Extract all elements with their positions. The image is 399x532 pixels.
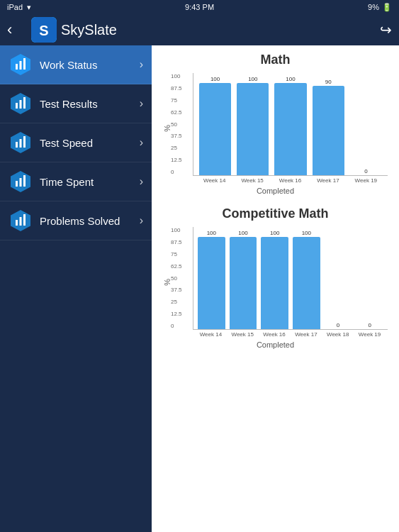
back-icon: ‹ <box>7 21 12 38</box>
math-xlabel-week15: Week 15 <box>236 177 268 184</box>
cm-val-week17: 100 <box>302 230 311 236</box>
comp-math-plot-area: 100 87.5 75 62.5 50 37.5 25 12.5 0 <box>193 227 388 330</box>
math-chart-body: 100 87.5 75 62.5 50 37.5 25 12.5 0 <box>173 73 388 184</box>
cm-y-tick-0: 0 <box>171 323 182 329</box>
sidebar-item-problems-solved[interactable]: Problems Solved › <box>0 201 152 240</box>
svg-rect-4 <box>20 61 22 70</box>
math-chart-title: Math <box>163 52 388 67</box>
y-tick-0: 0 <box>171 169 182 175</box>
math-xlabel-week17: Week 17 <box>312 177 344 184</box>
math-bar-week19: 0 <box>350 76 382 175</box>
sidebar-label-test-results: Test Results <box>40 98 133 110</box>
math-val-week16: 100 <box>286 76 295 82</box>
comp-math-y-ticks: 100 87.5 75 62.5 50 37.5 25 12.5 0 <box>171 227 182 329</box>
cm-y-tick-375: 37.5 <box>171 287 182 293</box>
svg-rect-5 <box>23 58 26 70</box>
svg-rect-20 <box>20 217 22 226</box>
comp-math-x-labels: Week 14 Week 15 Week 16 Week 17 Week 18 … <box>173 330 388 338</box>
cm-bar-fill-week16 <box>261 237 288 329</box>
sidebar-label-problems-solved: Problems Solved <box>40 215 133 227</box>
svg-rect-19 <box>16 220 18 226</box>
main-layout: Work Status › Test Results › <box>0 45 399 532</box>
cm-bar-week18: 0 <box>325 230 352 329</box>
cm-y-tick-625: 62.5 <box>171 263 182 270</box>
math-xlabel: Completed <box>163 187 388 195</box>
time-label: 9:43 PM <box>185 3 214 11</box>
logo: S SkySlate <box>31 17 380 43</box>
cm-y-tick-875: 87.5 <box>171 239 182 245</box>
svg-rect-16 <box>20 178 22 187</box>
chevron-icon-time-spent: › <box>140 175 143 188</box>
battery-icon: 🔋 <box>382 3 392 12</box>
y-tick-625: 62.5 <box>171 109 182 116</box>
cm-bar-fill-week14 <box>198 237 225 329</box>
comp-math-xlabel: Completed <box>163 340 388 349</box>
math-bar-week15: 100 <box>237 76 269 175</box>
y-tick-50: 50 <box>171 121 182 128</box>
cm-y-tick-125: 12.5 <box>171 311 182 317</box>
math-bar-fill-week14 <box>199 83 231 175</box>
share-button[interactable]: ↪ <box>380 21 392 38</box>
y-tick-100: 100 <box>171 73 182 79</box>
math-val-week17: 90 <box>325 79 332 85</box>
math-bar-week17: 90 <box>313 76 344 175</box>
svg-rect-15 <box>16 181 18 187</box>
cm-val-week15: 100 <box>238 230 247 236</box>
cm-val-week18: 0 <box>337 322 339 328</box>
math-chart-wrapper: % 100 87.5 75 62.5 50 37.5 25 12. <box>163 73 388 184</box>
chevron-icon-test-speed: › <box>140 136 143 149</box>
math-xlabel-week19: Week 19 <box>350 177 382 184</box>
sidebar-item-test-results[interactable]: Test Results › <box>0 84 152 123</box>
svg-rect-13 <box>23 136 26 148</box>
svg-rect-8 <box>20 100 22 109</box>
math-xlabel-week16: Week 16 <box>274 177 306 184</box>
chevron-icon-problems-solved: › <box>140 214 143 227</box>
svg-text:S: S <box>39 23 48 38</box>
status-bar: iPad ▾ 9:43 PM 9% 🔋 <box>0 0 399 14</box>
test-speed-icon <box>9 131 33 155</box>
comp-math-chart-title: Competitive Math <box>163 206 388 221</box>
carrier-label: iPad <box>7 3 23 11</box>
logo-text: SkySlate <box>61 22 117 38</box>
cm-val-week19: 0 <box>368 322 371 328</box>
math-bar-fill-week17 <box>313 86 344 175</box>
status-left: iPad ▾ <box>7 3 31 12</box>
cm-xlabel-week18: Week 18 <box>324 331 352 338</box>
work-status-icon <box>9 52 33 77</box>
math-bar-fill-week16 <box>274 83 306 175</box>
cm-xlabel-week17: Week 17 <box>292 331 320 338</box>
math-val-week19: 0 <box>364 168 367 174</box>
math-y-ticks: 100 87.5 75 62.5 50 37.5 25 12.5 0 <box>171 73 182 175</box>
sidebar-item-time-spent[interactable]: Time Spent › <box>0 162 152 201</box>
y-tick-25: 25 <box>171 145 182 151</box>
svg-rect-9 <box>23 97 26 109</box>
wifi-icon: ▾ <box>27 3 31 12</box>
svg-rect-17 <box>23 175 26 187</box>
y-tick-875: 87.5 <box>171 85 182 92</box>
cm-xlabel-week14: Week 14 <box>197 331 225 338</box>
sidebar-item-test-speed[interactable]: Test Speed › <box>0 123 152 162</box>
svg-rect-21 <box>23 214 26 226</box>
back-button[interactable]: ‹ <box>7 21 28 39</box>
problems-solved-icon <box>9 209 33 233</box>
comp-math-chart-body: 100 87.5 75 62.5 50 37.5 25 12.5 0 <box>173 227 388 338</box>
y-tick-125: 12.5 <box>171 157 182 163</box>
cm-val-week14: 100 <box>207 230 216 236</box>
share-icon: ↪ <box>380 22 392 38</box>
cm-bar-fill-week17 <box>293 237 320 329</box>
sidebar-item-work-status[interactable]: Work Status › <box>0 45 152 84</box>
math-val-week14: 100 <box>210 76 220 82</box>
math-val-week15: 100 <box>248 76 257 82</box>
math-x-labels: Week 14 Week 15 Week 16 Week 17 Week 19 <box>173 176 388 184</box>
cm-xlabel-week16: Week 16 <box>261 331 288 338</box>
content-area: Math % 100 87.5 75 62.5 50 37.5 <box>152 45 399 532</box>
comp-math-bars: 100 100 100 <box>193 227 388 329</box>
math-bars: 100 100 100 <box>193 73 388 175</box>
math-bar-week14: 100 <box>199 76 231 175</box>
logo-icon: S <box>31 17 57 43</box>
cm-bar-week16: 100 <box>261 230 288 329</box>
cm-bar-week17: 100 <box>293 230 320 329</box>
battery-label: 9% <box>368 3 379 11</box>
test-results-icon <box>9 92 33 116</box>
cm-y-tick-100: 100 <box>171 227 182 233</box>
